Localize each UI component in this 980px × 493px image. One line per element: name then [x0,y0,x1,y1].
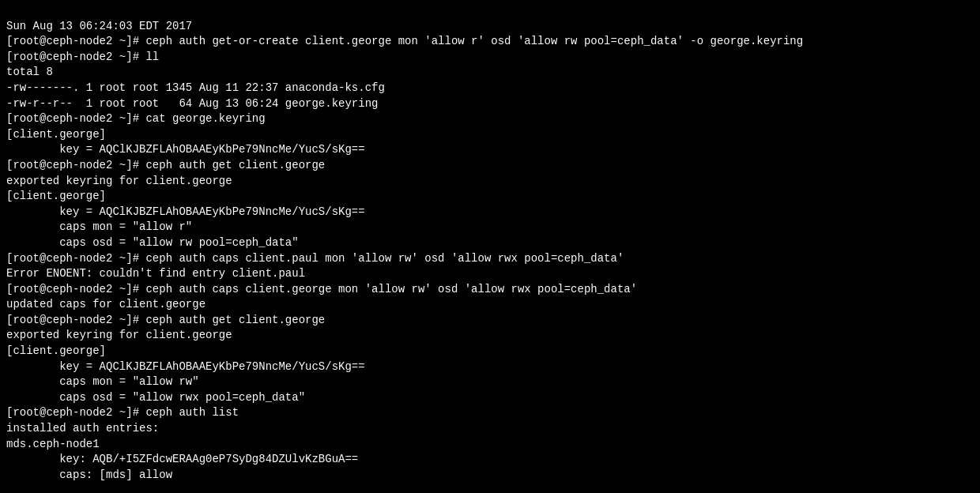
terminal-line: caps mon = "allow r" [6,220,974,235]
terminal-line: [client.george] [6,189,974,205]
terminal-line: [client.george] [6,127,974,143]
terminal-line: mds.ceph-node1 [6,437,974,453]
terminal-line: [root@ceph-node2 ~]# ceph auth caps clie… [6,282,974,298]
terminal-line: installed auth entries: [6,421,974,437]
terminal-line: [root@ceph-node2 ~]# ceph auth list [6,405,974,421]
terminal-line: caps osd = "allow rwx pool=ceph_data" [6,390,974,406]
terminal-line: exported keyring for client.george [6,174,974,190]
terminal-line: -rw-------. 1 root root 1345 Aug 11 22:3… [6,81,974,96]
terminal-line: total 8 [6,65,974,81]
terminal-line: Sun Aug 13 06:24:03 EDT 2017 [6,19,974,35]
terminal-line: key = AQClKJBZFLAhOBAAEyKbPe79NncMe/YucS… [6,142,974,158]
terminal-line: key = AQClKJBZFLAhOBAAEyKbPe79NncMe/YucS… [6,359,974,375]
terminal-line: updated caps for client.george [6,297,974,313]
terminal-line: key = AQClKJBZFLAhOBAAEyKbPe79NncMe/YucS… [6,205,974,220]
terminal-line: caps mon = "allow rw" [6,374,974,390]
terminal-line: [root@ceph-node2 ~]# ceph auth caps clie… [6,251,974,267]
terminal-line: caps osd = "allow rw pool=ceph_data" [6,235,974,251]
terminal-line: [root@ceph-node2 ~]# ceph auth get clien… [6,158,974,174]
terminal-line: [root@ceph-node2 ~]# cat george.keyring [6,111,974,127]
terminal-line: Error ENOENT: couldn't find entry client… [6,266,974,282]
terminal-line: [root@ceph-node2 ~]# ceph auth get clien… [6,313,974,329]
terminal-line: [root@ceph-node2 ~]# ceph auth get-or-cr… [6,34,974,50]
terminal-line: key: AQB/+I5ZFdcwERAAg0eP7SyDg84DZUlvKzB… [6,452,974,468]
terminal-line: -rw-r--r-- 1 root root 64 Aug 13 06:24 g… [6,96,974,112]
terminal-line: [root@ceph-node2 ~]# ll [6,50,974,66]
terminal-output: Sun Aug 13 06:24:03 EDT 2017[root@ceph-n… [6,3,974,483]
terminal-line: [client.george] [6,344,974,359]
terminal-line: caps: [mds] allow [6,468,974,484]
terminal-line: exported keyring for client.george [6,328,974,344]
